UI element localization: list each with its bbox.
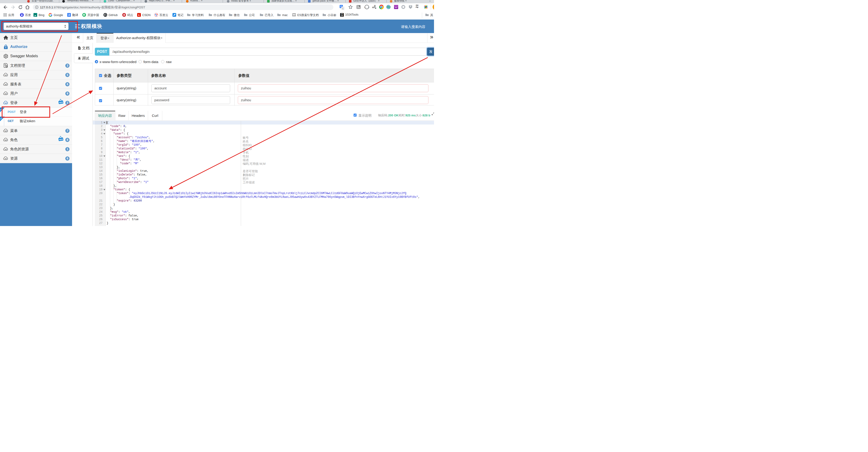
svg-text:RP: RP — [395, 6, 397, 9]
svg-text:译: 译 — [68, 14, 70, 16]
svg-text:API: API — [4, 139, 7, 141]
svg-text:{...}: {...} — [365, 6, 369, 8]
svg-text:API: API — [4, 93, 7, 94]
svg-text:API: API — [4, 158, 7, 160]
svg-text:API: API — [4, 149, 7, 150]
svg-text:API: API — [4, 103, 7, 104]
svg-text:文: 文 — [342, 7, 344, 9]
svg-text:英: 英 — [374, 5, 376, 7]
svg-text:API: API — [4, 130, 7, 132]
svg-text:API: API — [4, 75, 7, 76]
svg-text:API: API — [4, 84, 7, 85]
